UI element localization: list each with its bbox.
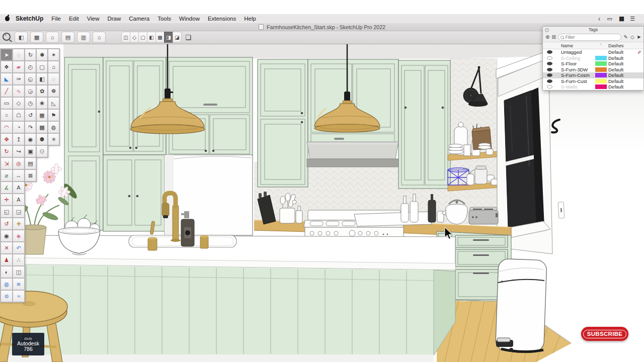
move-tool[interactable]: ✥ (1, 133, 13, 145)
look-around-tool[interactable]: ◐ (1, 266, 13, 278)
rotate-tool[interactable]: ↻ (1, 145, 13, 157)
right-view-tool-tool[interactable]: ↷ (25, 121, 36, 133)
add-tag-folder-button[interactable]: ⊞ (551, 35, 555, 40)
figures-tool-tool[interactable]: ⚉ (36, 133, 48, 145)
tag-row[interactable]: S-Furn-CosmDefault (543, 72, 643, 78)
tag-dashes-value[interactable]: Default (608, 78, 623, 84)
rotated-rectangle-tool[interactable]: ◇ (13, 97, 25, 109)
rectangle-tool[interactable]: ▭ (1, 97, 13, 109)
details-arrow-icon[interactable]: ➤ (637, 35, 641, 40)
subscribe-button[interactable]: SUBSCRIBE (581, 327, 628, 341)
stand-tool-tool[interactable]: ⚑ (48, 109, 59, 121)
ramp-tool-tool[interactable]: ◺ (48, 97, 59, 109)
tape-measure-tool[interactable]: ⌀ (1, 169, 13, 182)
tag-dashes-value[interactable]: Default (608, 72, 623, 78)
lock-tool-tool[interactable]: ⊠ (25, 169, 36, 182)
apple-menu-icon[interactable] (5, 16, 10, 21)
tag-name[interactable]: S-Furn-Cust (561, 78, 587, 84)
circle-tool[interactable]: ○ (1, 109, 13, 121)
sandbox-smoove-tool[interactable]: ◍ (1, 278, 13, 290)
box-tool-tool[interactable]: ▢ (36, 61, 48, 73)
tag-name[interactable]: S-Furn-3DW (561, 67, 588, 72)
tag-name[interactable]: S-Walls (561, 84, 577, 89)
monochrome-style-button[interactable]: ◪ (173, 32, 182, 43)
textured-view-button[interactable]: ▩ (30, 32, 43, 43)
list-icon[interactable]: ☰ (630, 16, 635, 22)
zoom-extents-tool[interactable]: ✕ (1, 242, 13, 254)
camera-box-tool-tool[interactable]: ◧ (36, 73, 48, 85)
pan-tool[interactable]: ✚ (13, 218, 25, 230)
menu-file[interactable]: File (51, 16, 61, 22)
polygon-tool[interactable]: ☖ (13, 109, 25, 121)
sandbox-stamp-tool[interactable]: ⊜ (1, 290, 13, 302)
sun-tool-tool[interactable]: ✳ (48, 133, 59, 145)
tag-color-swatch[interactable] (595, 56, 607, 60)
zoom-window-tool[interactable]: ◈ (13, 230, 25, 242)
tag-dashes-value[interactable]: Default (608, 67, 623, 72)
tag-color-swatch[interactable] (595, 61, 607, 66)
zoom-tool[interactable]: ◉ (1, 230, 13, 242)
dome-tool-tool[interactable]: ◍ (48, 121, 59, 133)
tag-row[interactable]: S-Furn-CustDefault (543, 78, 643, 84)
visible-eye-icon[interactable] (547, 73, 552, 77)
frame-tool-tool[interactable]: ▣ (25, 145, 36, 157)
top-view-tool-tool[interactable]: ◵ (25, 73, 36, 85)
tag-row[interactable]: S-CeilingDefault (543, 55, 643, 61)
axes-tool[interactable]: ✛ (1, 194, 13, 206)
purge-icon[interactable]: ◇ (630, 35, 634, 40)
tag-dashes-value[interactable]: Default (608, 84, 623, 89)
styles-book-icon[interactable]: ❏ (182, 32, 194, 42)
3d-text-tool[interactable]: A (13, 194, 25, 206)
shaded-style-button[interactable]: ◧ (147, 32, 156, 43)
flower-tool-tool[interactable]: ❁ (48, 85, 59, 97)
app-switcher-icon[interactable]: ▮▮ (619, 16, 623, 22)
paint-bucket-tool[interactable]: ◣ (1, 73, 13, 85)
settings-tool-tool[interactable]: ✱ (36, 49, 48, 61)
tag-name[interactable]: Untagged (561, 49, 582, 55)
tag-dashes-value[interactable]: Default (608, 55, 623, 61)
pie-tool[interactable]: ◔ (13, 121, 25, 133)
tag-color-swatch[interactable] (595, 73, 607, 77)
eraser-tool[interactable]: ▰ (13, 61, 25, 73)
hidden-eye-icon[interactable] (547, 56, 552, 60)
ring-tool-tool[interactable]: ◌ (48, 73, 59, 85)
visible-eye-icon[interactable] (547, 62, 552, 65)
leaf-tool-tool[interactable]: ✿ (36, 85, 48, 97)
dimension-tool[interactable]: ↔ (13, 169, 25, 182)
section-display-tool[interactable]: ◫ (13, 266, 25, 278)
back-view-tool-tool[interactable]: ◷ (25, 97, 36, 109)
sandbox-drape-tool[interactable]: ≋ (13, 278, 25, 290)
tag-filter-box[interactable] (558, 34, 621, 41)
arc-tool[interactable]: ◠ (1, 121, 13, 133)
walk-tool[interactable]: ∴ (13, 254, 25, 266)
text-tool[interactable]: A (13, 182, 25, 194)
plant-tool-tool[interactable]: ❀ (36, 97, 48, 109)
hidden-line-style-button[interactable]: ▢ (138, 32, 147, 43)
figure-pair-tool-tool[interactable]: ⚇ (36, 145, 48, 157)
previous-view-tool[interactable]: ↶ (13, 242, 25, 254)
follow-me-tool[interactable]: ↪ (13, 145, 25, 157)
roof-tool-tool[interactable]: ⌂ (48, 61, 59, 73)
pencil-icon[interactable]: ✎ (624, 35, 628, 40)
make-component-tool[interactable]: ❖ (1, 61, 13, 73)
visible-eye-icon[interactable] (547, 50, 552, 54)
menu-view[interactable]: View (87, 16, 100, 22)
orbit-tool[interactable]: ↺ (1, 218, 13, 230)
lasso-tool[interactable]: ◌ (13, 49, 25, 61)
sketchy-edges-style-button[interactable]: ◨ (164, 32, 173, 43)
menu-window[interactable]: Window (179, 16, 200, 22)
outline-view-button[interactable]: ⌂ (93, 32, 106, 43)
dashes-column-header[interactable]: Dashes (608, 43, 624, 48)
tag-color-swatch[interactable] (595, 67, 607, 72)
tag-dashes-value[interactable]: Default (608, 49, 623, 55)
gear-tool-tool[interactable]: ✶ (48, 49, 59, 61)
push-pull-tool[interactable]: ↥ (13, 133, 25, 145)
sandbox-detail-tool[interactable]: ≈ (13, 290, 25, 302)
rotate-view-tool[interactable]: ↻ (25, 49, 36, 61)
panel-close-button[interactable] (545, 28, 549, 32)
tag-color-swatch[interactable] (595, 79, 607, 83)
tag-row[interactable]: S-WallsDefault (543, 84, 643, 90)
menu-camera[interactable]: Camera (129, 16, 149, 22)
tiles-tool-tool[interactable]: ▦ (36, 109, 48, 121)
x-ray-style-button[interactable]: ◫ (121, 32, 130, 43)
